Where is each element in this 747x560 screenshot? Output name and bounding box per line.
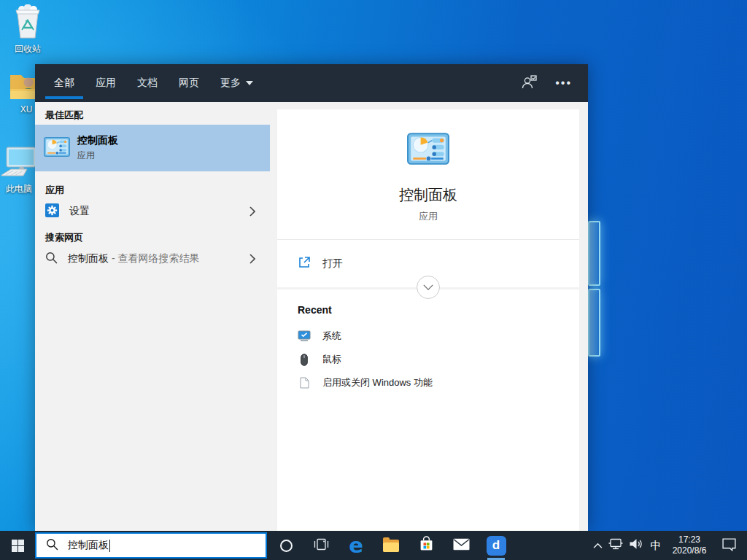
search-input-value[interactable]: 控制面板 <box>68 539 109 552</box>
open-action-label: 打开 <box>322 257 343 271</box>
open-external-icon <box>298 256 311 272</box>
control-panel-icon <box>44 137 70 160</box>
result-label: 控制面板 - 查看网络搜索结果 <box>68 252 199 265</box>
tab-web[interactable]: 网页 <box>170 64 208 102</box>
control-panel-icon <box>407 133 449 168</box>
section-best-match: 最佳匹配 <box>35 102 270 123</box>
network-button[interactable] <box>605 531 626 560</box>
taskbar-clock[interactable]: 17:23 2020/8/6 <box>665 531 713 560</box>
task-view-button[interactable] <box>303 531 338 560</box>
mail-icon <box>453 538 470 553</box>
chevron-right-icon[interactable] <box>249 254 255 264</box>
network-icon <box>608 537 624 553</box>
result-web-search[interactable]: 控制面板 - 查看网络搜索结果 <box>35 246 270 272</box>
tab-documents[interactable]: 文档 <box>128 64 166 102</box>
wallpaper-window-pane <box>588 221 600 286</box>
store-button[interactable] <box>409 531 444 560</box>
recent-card: Recent 系统 <box>277 289 579 531</box>
desktop: 回收站 XU 此电脑 <box>0 0 747 560</box>
clock-time: 17:23 <box>673 534 707 545</box>
edge-icon: e <box>349 535 363 556</box>
wallpaper-window-pane <box>588 289 600 357</box>
taskbar-search-box[interactable]: 控制面板 <box>35 532 267 559</box>
edge-button[interactable]: e <box>338 531 374 560</box>
start-button[interactable] <box>0 531 35 560</box>
desktop-icon-label: 回收站 <box>4 43 51 55</box>
desktop-icon-recycle-bin[interactable]: 回收站 <box>4 4 51 55</box>
more-options-icon[interactable]: ••• <box>555 79 572 87</box>
mouse-icon <box>298 354 311 366</box>
search-panel-header: 全部 应用 文档 网页 更多 ••• <box>35 64 588 102</box>
file-explorer-icon <box>383 540 399 552</box>
system-tray: 中 17:23 2020/8/6 <box>589 531 747 560</box>
settings-gear-icon <box>45 203 59 220</box>
driver-app-button[interactable]: d <box>479 531 514 560</box>
preview-title: 控制面板 <box>399 185 457 205</box>
store-icon <box>419 536 434 555</box>
task-view-icon <box>314 537 329 554</box>
system-monitor-icon <box>298 330 311 342</box>
volume-button[interactable] <box>626 531 646 560</box>
action-center-button[interactable] <box>713 531 744 560</box>
cortana-button[interactable] <box>268 531 303 560</box>
tab-apps[interactable]: 应用 <box>87 64 125 102</box>
action-center-icon <box>721 537 737 554</box>
recent-header: Recent <box>298 304 579 316</box>
section-search-web: 搜索网页 <box>35 225 270 246</box>
search-flyout-panel: 全部 应用 文档 网页 更多 ••• <box>35 64 588 531</box>
cortana-icon <box>280 540 293 552</box>
best-match-result-control-panel[interactable]: 控制面板 应用 <box>35 125 270 171</box>
sign-in-icon[interactable] <box>521 74 538 93</box>
best-match-title: 控制面板 <box>77 134 118 147</box>
search-results-column: 最佳匹配 <box>35 102 270 531</box>
search-icon <box>46 538 58 553</box>
preview-card: 控制面板 应用 打开 <box>277 109 579 287</box>
taskbar: 控制面板 e <box>0 531 747 560</box>
best-match-subtitle: 应用 <box>77 149 118 162</box>
mail-button[interactable] <box>444 531 479 560</box>
result-settings[interactable]: 设置 <box>35 198 270 225</box>
speaker-icon <box>629 538 643 553</box>
chevron-right-icon[interactable] <box>249 206 255 217</box>
recent-item-windows-features[interactable]: 启用或关闭 Windows 功能 <box>298 371 579 394</box>
search-filter-tabs: 全部 应用 文档 网页 更多 <box>45 64 262 102</box>
clock-date: 2020/8/6 <box>673 545 707 556</box>
this-pc-icon <box>0 171 39 182</box>
tab-more[interactable]: 更多 <box>212 64 262 102</box>
preview-column: 控制面板 应用 打开 <box>270 102 588 531</box>
chevron-down-icon <box>246 81 253 85</box>
expand-preview-button[interactable] <box>417 276 440 299</box>
ime-indicator[interactable]: 中 <box>646 531 665 560</box>
document-icon <box>298 377 311 389</box>
tab-all[interactable]: 全部 <box>45 64 83 102</box>
text-caret <box>109 540 110 552</box>
file-explorer-button[interactable] <box>374 531 409 560</box>
windows-logo-icon <box>12 540 24 552</box>
preview-subtitle: 应用 <box>419 210 438 223</box>
recent-item-system[interactable]: 系统 <box>298 324 579 348</box>
result-label: 设置 <box>69 205 90 218</box>
driver-app-icon: d <box>487 536 506 556</box>
search-icon <box>45 252 58 267</box>
recycle-bin-icon <box>12 31 43 42</box>
tray-overflow-button[interactable] <box>589 531 605 560</box>
section-apps: 应用 <box>35 177 270 198</box>
recent-item-mouse[interactable]: 鼠标 <box>298 348 579 371</box>
